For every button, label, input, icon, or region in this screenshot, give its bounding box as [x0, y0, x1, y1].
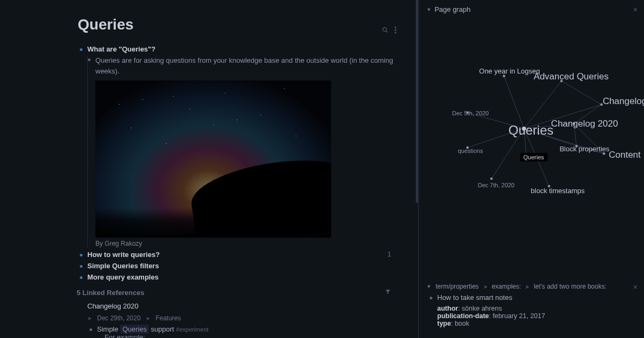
property-key: type — [437, 320, 451, 327]
svg-point-29 — [490, 178, 493, 180]
svg-line-1 — [386, 31, 388, 32]
svg-point-2 — [395, 26, 396, 28]
block-description[interactable]: Queries are for asking questions from yo… — [95, 55, 407, 247]
svg-line-5 — [504, 76, 524, 129]
property-value[interactable]: : february 21, 2017 — [489, 312, 545, 320]
collapse-triangle-icon[interactable]: ▼ — [426, 284, 431, 289]
property-value[interactable]: : sönke ahrens — [458, 305, 502, 312]
right-sidebar: ▼ Page graph × — [419, 0, 644, 338]
breadcrumb: ▼ term/properties ➤ examples: ➤ let's ad… — [426, 283, 636, 290]
block-heading: How to write queries? — [87, 251, 160, 259]
property-key: publication-date — [437, 312, 489, 320]
breadcrumb: ➤ Dec 29th, 2020 ➤ Features — [87, 314, 407, 322]
reference-line[interactable]: Simple Queries support #experiment For e… — [97, 325, 407, 338]
graph-node-block-properties[interactable]: Block properties — [559, 145, 609, 153]
graph-node-one-year[interactable]: One year in Logseq — [479, 67, 540, 75]
property-value[interactable]: : book — [451, 320, 469, 327]
properties-block: author: sönke ahrens publication-date: f… — [437, 305, 636, 327]
property-key: author — [437, 305, 458, 312]
graph-node-content[interactable]: Content — [609, 150, 641, 160]
graph-node-changelog-2020[interactable]: Changelog 2020 — [551, 119, 618, 129]
child-count: 1 — [387, 251, 391, 258]
scrollbar[interactable] — [416, 0, 418, 203]
svg-line-16 — [561, 81, 602, 105]
svg-point-0 — [383, 27, 386, 31]
chevron-right-icon: ➤ — [525, 284, 529, 290]
block-what-are-queries[interactable]: What are "Queries"? Queries are for aski… — [87, 45, 407, 247]
collapse-triangle-icon[interactable]: ▼ — [426, 7, 431, 12]
graph-tooltip: Queries — [520, 153, 548, 161]
block-how-to-write[interactable]: How to write queries? 1 — [87, 251, 407, 259]
main-editor-panel: Queries What are "Queries"? Queries are … — [0, 0, 419, 338]
block-list: What are "Queries"? Queries are for aski… — [78, 45, 407, 281]
page-graph-section: ▼ Page graph × — [419, 0, 644, 244]
block-heading: What are "Queries"? — [87, 45, 155, 53]
reference-block: Changelog 2020 ➤ Dec 29th, 2020 ➤ Featur… — [87, 302, 407, 338]
breadcrumb-item[interactable]: Dec 29th, 2020 — [97, 314, 140, 322]
breadcrumb-item[interactable]: let's add two more books: — [534, 283, 606, 290]
breadcrumb-item[interactable]: term/properties — [436, 283, 479, 290]
linked-references-heading[interactable]: 5 Linked References — [77, 289, 407, 297]
graph-node-block-timestamps[interactable]: block timestamps — [531, 187, 585, 195]
chevron-right-icon: ➤ — [146, 315, 150, 321]
hashtag-link[interactable]: #experiment — [176, 326, 209, 333]
block-heading: More query examples — [87, 273, 159, 281]
svg-point-4 — [395, 32, 396, 33]
graph-canvas[interactable]: Queries Advanced Queries One year in Log… — [426, 13, 636, 239]
close-icon[interactable]: × — [633, 5, 638, 14]
graph-node-dec7[interactable]: Dec 7th, 2020 — [478, 182, 515, 188]
chevron-right-icon: ➤ — [483, 284, 488, 290]
chevron-right-icon: ➤ — [87, 315, 92, 321]
block-more-examples[interactable]: More query examples — [87, 273, 407, 281]
graph-node-queries[interactable]: Queries — [508, 123, 553, 138]
reference-page-link[interactable]: Changelog 2020 — [87, 302, 407, 310]
svg-point-22 — [503, 75, 505, 77]
graph-node-questions[interactable]: questions — [458, 148, 483, 154]
more-menu-icon[interactable] — [394, 26, 396, 35]
image-caption: By Greg Rakozy — [95, 240, 407, 247]
graph-node-advanced-queries[interactable]: Advanced Queries — [534, 71, 609, 82]
svg-point-27 — [603, 152, 605, 155]
block-text[interactable]: How to take smart notes — [437, 293, 636, 302]
block-simple-filters[interactable]: Simple Queries filters — [87, 262, 407, 270]
breadcrumb-item[interactable]: examples: — [492, 283, 521, 290]
page-graph-heading[interactable]: ▼ Page graph — [426, 5, 636, 13]
graph-node-changelog[interactable]: Changelog — [603, 96, 644, 107]
close-icon[interactable]: × — [633, 283, 638, 291]
breadcrumb-item[interactable]: Features — [155, 314, 181, 322]
page-reference-tag[interactable]: Queries — [120, 325, 149, 334]
svg-point-3 — [395, 29, 396, 31]
graph-node-dec5[interactable]: Dec 5th, 2020 — [452, 110, 489, 116]
search-icon[interactable] — [381, 26, 389, 35]
embedded-image[interactable] — [95, 80, 331, 238]
block-reference-section: × ▼ term/properties ➤ examples: ➤ let's … — [419, 277, 644, 338]
block-text: For example: — [104, 333, 407, 338]
page-title[interactable]: Queries — [78, 16, 133, 33]
block-text: Queries are for asking questions from yo… — [95, 55, 407, 76]
block-heading: Simple Queries filters — [87, 262, 159, 270]
filter-icon[interactable] — [385, 289, 391, 297]
